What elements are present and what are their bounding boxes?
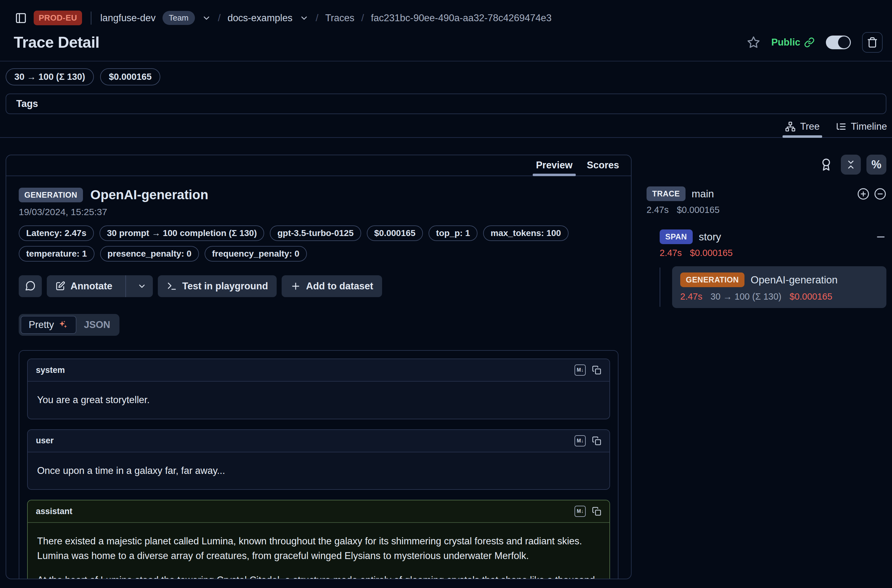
span-cost: $0.000165 xyxy=(690,248,733,258)
add-to-dataset-label: Add to dataset xyxy=(306,280,373,292)
breadcrumb-trace-id: fac231bc-90ee-490a-aa32-78c4269474e3 xyxy=(371,12,551,24)
tree-children: GENERATION OpenAI-generation 2.47s 30 → … xyxy=(660,266,886,308)
annotate-split-button: Annotate xyxy=(47,275,153,297)
annotate-dropdown-button[interactable] xyxy=(131,275,153,297)
zoom-in-icon[interactable] xyxy=(857,188,869,200)
public-toggle[interactable] xyxy=(826,36,851,49)
generation-tokens: 30 → 100 (Σ 130) xyxy=(710,291,782,302)
playground-label: Test in playground xyxy=(182,280,268,292)
comment-button[interactable] xyxy=(19,275,42,297)
title-actions: Public xyxy=(747,32,883,53)
trace-type-badge: TRACE xyxy=(647,186,686,201)
tree-node-generation-selected[interactable]: GENERATION OpenAI-generation 2.47s 30 → … xyxy=(672,266,886,308)
public-label: Public xyxy=(771,37,800,48)
breadcrumb-project[interactable]: docs-examples xyxy=(227,12,292,24)
markdown-toggle-icon[interactable]: M↓ xyxy=(575,364,586,376)
message-header: user M↓ xyxy=(28,430,610,452)
public-link[interactable]: Public xyxy=(771,37,815,48)
token-usage-badge: 30 prompt → 100 completion (Σ 130) xyxy=(99,225,264,241)
trace-name: main xyxy=(692,188,714,200)
trace-summary-badges: 30 → 100 (Σ 130) $0.000165 xyxy=(0,62,892,86)
chevron-down-icon[interactable] xyxy=(299,14,309,23)
message-user: user M↓ Once upon a time in a galaxy far… xyxy=(27,429,610,490)
span-type-badge: SPAN xyxy=(660,230,693,244)
tab-tree-label: Tree xyxy=(800,121,820,132)
collapse-node-icon[interactable] xyxy=(875,231,886,243)
chevron-down-icon[interactable] xyxy=(202,14,211,23)
tab-timeline[interactable]: Timeline xyxy=(836,121,887,137)
span-latency: 2.47s xyxy=(660,248,682,258)
copy-icon[interactable] xyxy=(592,365,601,375)
span-name: story xyxy=(699,231,721,243)
assistant-paragraph: There existed a majestic planet called L… xyxy=(37,534,600,563)
award-icon[interactable] xyxy=(820,158,833,171)
message-system: system M↓ You are a great storyteller. xyxy=(27,358,610,419)
breadcrumb-org[interactable]: langfuse-dev xyxy=(100,12,156,24)
markdown-toggle-icon[interactable]: M↓ xyxy=(575,435,586,447)
cost-badge: $0.000165 xyxy=(100,68,160,86)
message-assistant: assistant M↓ There existed a majestic pl… xyxy=(27,500,610,579)
button-separator xyxy=(125,275,126,297)
max-tokens-badge: max_tokens: 100 xyxy=(483,225,569,241)
message-content: Once upon a time in a galaxy far, far aw… xyxy=(28,452,610,489)
breadcrumb-divider xyxy=(91,12,92,25)
temperature-badge: temperature: 1 xyxy=(19,246,95,262)
content-area: Preview Scores GENERATION OpenAI-generat… xyxy=(0,138,892,579)
copy-icon[interactable] xyxy=(592,507,601,516)
tree-node-span[interactable]: SPAN story 2.47s $0.000165 GENERATION Op… xyxy=(660,230,886,308)
link-icon xyxy=(804,37,815,48)
breadcrumb-traces[interactable]: Traces xyxy=(325,12,354,24)
zoom-out-icon[interactable] xyxy=(874,188,886,200)
observation-type-badge: GENERATION xyxy=(19,188,83,202)
observation-name: OpenAI-generation xyxy=(90,188,208,202)
top-bar: PROD-EU langfuse-dev Team / docs-example… xyxy=(0,0,892,25)
sidebar-toggle-icon[interactable] xyxy=(15,12,27,24)
annotate-label: Annotate xyxy=(71,280,112,292)
observation-preview-card: Preview Scores GENERATION OpenAI-generat… xyxy=(6,154,632,579)
presence-penalty-badge: presence_penalty: 0 xyxy=(100,246,199,262)
tags-label: Tags xyxy=(16,98,38,109)
message-header: assistant M↓ xyxy=(28,500,610,523)
trace-cost: $0.000165 xyxy=(677,205,719,215)
pretty-label: Pretty xyxy=(29,319,54,330)
generation-cost: $0.000165 xyxy=(789,291,832,302)
observation-header: GENERATION OpenAI-generation xyxy=(19,188,619,202)
star-icon[interactable] xyxy=(747,36,760,49)
panel-tabs: Preview Scores xyxy=(6,155,631,176)
delete-trace-button[interactable] xyxy=(862,32,883,53)
tab-timeline-label: Timeline xyxy=(851,121,887,132)
tab-scores[interactable]: Scores xyxy=(587,160,619,176)
assistant-paragraph: At the heart of Lumina stood the towerin… xyxy=(37,573,600,579)
percent-icon: % xyxy=(871,158,881,171)
tab-preview[interactable]: Preview xyxy=(536,160,572,176)
annotate-button[interactable]: Annotate xyxy=(47,275,120,297)
org-role-badge[interactable]: Team xyxy=(162,11,195,25)
test-in-playground-button[interactable]: Test in playground xyxy=(158,275,277,297)
view-tabs: Tree Timeline xyxy=(0,114,892,138)
messages-container: system M↓ You are a great storyteller. u… xyxy=(19,350,619,579)
generation-latency: 2.47s xyxy=(680,291,702,302)
edit-icon xyxy=(55,281,66,291)
message-header: system M↓ xyxy=(28,359,610,382)
metrics-toggle-button[interactable]: % xyxy=(866,154,886,175)
toggle-knob xyxy=(838,36,850,48)
generation-type-badge: GENERATION xyxy=(680,273,745,287)
collapse-panel-button[interactable] xyxy=(841,154,861,175)
observation-param-badges: Latency: 2.47s 30 prompt → 100 completio… xyxy=(19,225,619,262)
trash-icon xyxy=(867,37,878,48)
timeline-icon xyxy=(836,121,847,132)
model-badge: gpt-3.5-turbo-0125 xyxy=(270,225,361,241)
tree-node-trace[interactable]: TRACE main 2.47s $0.000165 xyxy=(647,186,886,215)
terminal-icon xyxy=(167,281,177,291)
format-json-button[interactable]: JSON xyxy=(77,316,117,333)
format-pretty-button[interactable]: Pretty xyxy=(21,316,77,334)
copy-icon[interactable] xyxy=(592,436,601,446)
add-to-dataset-button[interactable]: Add to dataset xyxy=(282,275,382,297)
tab-tree[interactable]: Tree xyxy=(785,121,820,137)
breadcrumb-slash: / xyxy=(218,12,221,24)
message-role: system xyxy=(36,365,65,375)
message-content: You are a great storyteller. xyxy=(28,382,610,419)
tags-box[interactable]: Tags xyxy=(6,93,886,114)
top-p-badge: top_p: 1 xyxy=(428,225,478,241)
markdown-toggle-icon[interactable]: M↓ xyxy=(575,506,586,517)
